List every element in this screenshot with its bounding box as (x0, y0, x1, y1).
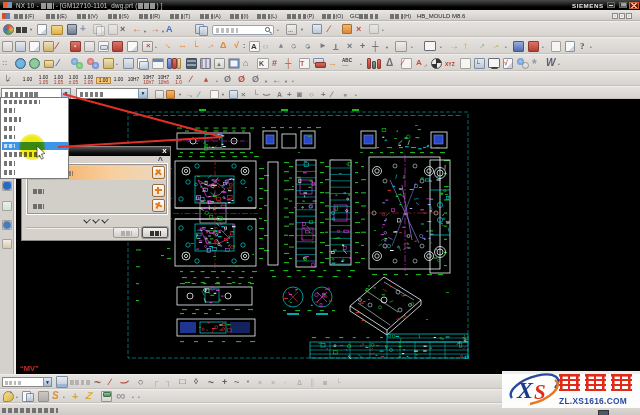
svg-text:X: X (516, 377, 534, 403)
svg-text:S: S (534, 380, 546, 404)
svg-text:“MV”: “MV” (20, 364, 39, 373)
